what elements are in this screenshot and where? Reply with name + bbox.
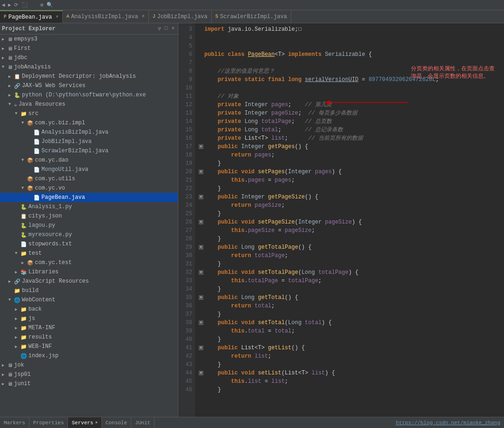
- code-line[interactable]: this.totalPage = totalPage;: [195, 277, 504, 285]
- tree-item[interactable]: ▶🔗 JAX-WS Web Services: [0, 81, 178, 90]
- code-line[interactable]: this.pageSize = pageSize;: [195, 226, 504, 235]
- tree-item[interactable]: ▶🖥 jsp01: [0, 370, 178, 379]
- tree-item[interactable]: 📄 JobBizImpl.java: [0, 137, 178, 146]
- fold-indicator[interactable]: ▼: [199, 195, 203, 199]
- code-line[interactable]: ▼ public Integer getPages() {: [195, 143, 504, 151]
- bottom-tab-servers-close[interactable]: ×: [95, 421, 97, 425]
- code-line[interactable]: }: [195, 235, 504, 243]
- code-line[interactable]: return list;: [195, 352, 504, 360]
- tree-item[interactable]: ▶📚 Libraries: [0, 267, 178, 277]
- code-line[interactable]: }: [195, 159, 504, 168]
- code-line[interactable]: private Long totalPage; // 总页数: [195, 117, 504, 126]
- fold-indicator[interactable]: ▼: [199, 144, 203, 149]
- code-line[interactable]: ▼ public void setPages(Integer pages) {: [195, 168, 504, 176]
- project-tree[interactable]: ▶🖥 empsys3▶🖥 First▶🖥 jdbc▼🖥 jobAnalysis▶…: [0, 34, 178, 417]
- fold-indicator[interactable]: ▼: [199, 295, 203, 300]
- tree-item[interactable]: 📄 MongoUtil.java: [0, 165, 178, 174]
- tree-item[interactable]: ▶📁 back: [0, 305, 178, 314]
- code-line[interactable]: private Integer pages; // 第几页: [195, 101, 504, 109]
- tree-item[interactable]: ▶📦 com.yc.test: [0, 258, 178, 267]
- code-line[interactable]: }: [195, 260, 504, 268]
- tree-item[interactable]: ▶🖥 junit: [0, 379, 178, 388]
- code-line[interactable]: ▼ public void setPageSize(Integer pageSi…: [195, 218, 504, 226]
- fold-indicator[interactable]: ▼: [199, 170, 203, 174]
- tree-item[interactable]: 📦 com.yc.utils: [0, 174, 178, 183]
- bottom-tab-servers[interactable]: Servers ×: [68, 417, 102, 428]
- fold-indicator[interactable]: ▼: [199, 220, 203, 224]
- fold-indicator[interactable]: ▼: [199, 346, 203, 350]
- bottom-tab-markers[interactable]: Markers: [0, 417, 29, 428]
- bottom-tab-properties[interactable]: Properties: [29, 417, 68, 428]
- tree-item[interactable]: ▶📁 js: [0, 314, 178, 323]
- tree-item[interactable]: 📋 citys.json: [0, 211, 178, 221]
- tree-item[interactable]: 📄 stopwords.txt: [0, 239, 178, 249]
- code-line[interactable]: return total;: [195, 302, 504, 310]
- code-line[interactable]: }: [195, 386, 504, 394]
- code-line[interactable]: return pageSize;: [195, 201, 504, 210]
- code-line[interactable]: [195, 84, 504, 92]
- tree-item[interactable]: ▼📦 com.yc.biz.impl: [0, 118, 178, 128]
- code-line[interactable]: }: [195, 285, 504, 293]
- code-lines[interactable]: import java.io.Serializable;□public clas…: [195, 23, 504, 417]
- code-line[interactable]: ▼ public Long getTotalPage() {: [195, 243, 504, 251]
- tab-scrawlerbizimpl[interactable]: S ScrawlerBizImpl.java: [212, 10, 291, 23]
- tree-item[interactable]: ▼📦 com.yc.vo: [0, 183, 178, 193]
- code-line[interactable]: this.total = total;: [195, 327, 504, 335]
- tab-analysis-close[interactable]: ×: [142, 14, 145, 19]
- tree-item[interactable]: 🐍 Analysis_1.py: [0, 202, 178, 211]
- tree-item[interactable]: ▶🔗 JavaScript Resources: [0, 277, 178, 286]
- tree-item[interactable]: ▼📦 com.yc.dao: [0, 156, 178, 165]
- code-line[interactable]: }: [195, 360, 504, 369]
- code-line[interactable]: // 对象: [195, 92, 504, 101]
- tab-pagebean[interactable]: P PageBean.java ×: [0, 10, 63, 23]
- tree-item[interactable]: 📄 ScrawlerBizImpl.java: [0, 146, 178, 156]
- code-line[interactable]: return pages;: [195, 151, 504, 159]
- panel-close-btn[interactable]: ×: [170, 25, 176, 32]
- code-line[interactable]: ▼ public void setTotalPage(Long totalPag…: [195, 268, 504, 277]
- tree-item[interactable]: ▶📋 Deployment Descriptor: jobAnalysis: [0, 72, 178, 81]
- code-line[interactable]: private Integer pageSize; // 每页多少条数据: [195, 109, 504, 117]
- code-line[interactable]: this.pages = pages;: [195, 176, 504, 184]
- bottom-tab-junit[interactable]: JUnit: [131, 417, 155, 428]
- tree-item[interactable]: ▶🖥 jok: [0, 360, 178, 370]
- fold-indicator[interactable]: ▼: [199, 270, 203, 275]
- tree-item[interactable]: 📄 PageBean.java: [0, 193, 178, 202]
- tree-item[interactable]: ▶🖥 First: [0, 44, 178, 53]
- code-line[interactable]: [195, 34, 504, 42]
- tree-item[interactable]: 📄 AnalysisBizImpl.java: [0, 128, 178, 137]
- code-line[interactable]: ▼ public void setTotal(Long total) {: [195, 319, 504, 327]
- panel-maximize-btn[interactable]: □: [163, 25, 169, 32]
- code-line[interactable]: [195, 42, 504, 50]
- code-line[interactable]: }: [195, 184, 504, 193]
- code-line[interactable]: }: [195, 310, 504, 319]
- code-line[interactable]: ▼ public void setList(List<T> list) {: [195, 369, 504, 377]
- code-line[interactable]: return totalPage;: [195, 251, 504, 260]
- tab-pagebean-close[interactable]: ×: [56, 14, 59, 20]
- tree-item[interactable]: ▶📁 META-INF: [0, 323, 178, 333]
- code-line[interactable]: this.list = list;: [195, 377, 504, 386]
- code-line[interactable]: }: [195, 335, 504, 344]
- tab-jobbizimpl[interactable]: J JobBizImpl.java: [149, 10, 212, 23]
- tree-item[interactable]: ▼📁 test: [0, 249, 178, 258]
- tree-item[interactable]: ▼🌐 WebContent: [0, 295, 178, 305]
- code-line[interactable]: private List<T> list; // 当前页所有的数据: [195, 134, 504, 143]
- tree-item[interactable]: ▼📁 src: [0, 109, 178, 118]
- fold-indicator[interactable]: ▼: [199, 245, 203, 250]
- tree-item[interactable]: 🌐 index.jsp: [0, 351, 178, 360]
- tab-analysisbizimpl[interactable]: A AnalysisBizImpl.java ×: [63, 10, 149, 23]
- tree-item[interactable]: ▶🖥 empsys3: [0, 34, 178, 44]
- code-line[interactable]: private Long total; // 总记录条数: [195, 126, 504, 134]
- fold-indicator[interactable]: ▼: [199, 371, 203, 375]
- code-line[interactable]: public class PageBean<T> implements Seri…: [195, 50, 504, 59]
- fold-indicator[interactable]: ▼: [199, 320, 203, 325]
- tree-item[interactable]: ▼🖥 jobAnalysis: [0, 62, 178, 72]
- panel-minimize-btn[interactable]: ▽: [156, 25, 162, 32]
- status-link[interactable]: https://blog.csdn.net/miaoke_zhang: [392, 420, 504, 426]
- tree-item[interactable]: ▶📁 results: [0, 333, 178, 342]
- code-line[interactable]: }: [195, 210, 504, 218]
- tree-item[interactable]: 📁 build: [0, 286, 178, 295]
- bottom-tab-console[interactable]: Console: [102, 417, 131, 428]
- tree-item[interactable]: 🐍 myresource.py: [0, 230, 178, 239]
- tree-item[interactable]: ▶🐍 python (D:\python\software\python.exe: [0, 90, 178, 100]
- tree-item[interactable]: ▶📁 WEB-INF: [0, 342, 178, 351]
